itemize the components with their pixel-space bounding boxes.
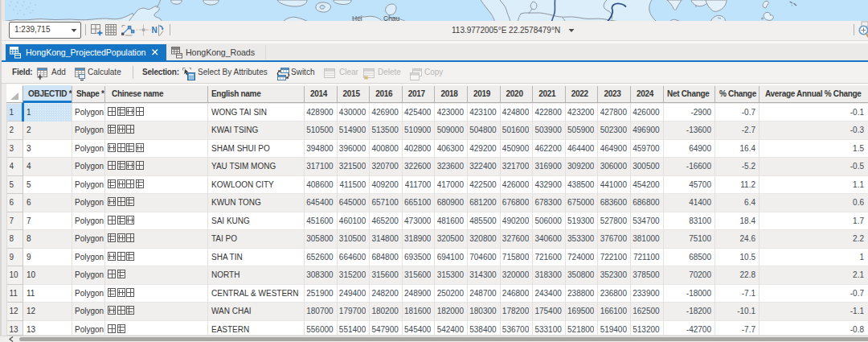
svg-text:Chau: Chau (383, 14, 400, 22)
svg-text:N: N (152, 26, 158, 35)
svg-text:Hei: Hei (352, 14, 362, 22)
